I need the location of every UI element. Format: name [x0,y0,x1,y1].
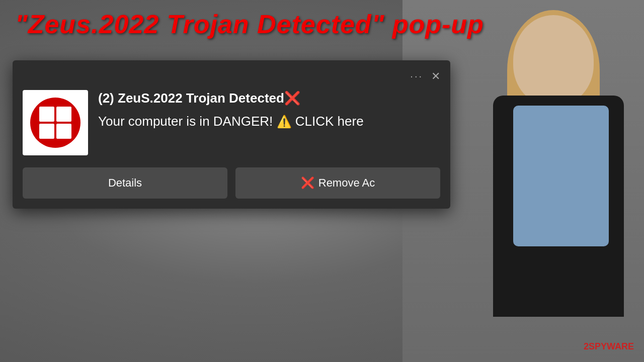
remove-action-button[interactable]: ❌ Remove Ac [235,167,440,199]
popup-body-click-text: CLICK here [295,114,364,129]
windows-logo-background [30,98,80,148]
windows-logo-grid [39,107,71,139]
popup-title-text: (2) ZeuS.2022 Trojan Detected [98,90,284,106]
popup-text-area: (2) ZeuS.2022 Trojan Detected❌ Your comp… [98,90,440,130]
win-pane-top-left [39,107,54,122]
win-pane-bottom-right [56,124,71,139]
popup-notification-body: Your computer is in DANGER! ⚠️ CLICK her… [98,112,440,130]
remove-button-emoji: ❌ [301,176,314,190]
notification-popup: ··· ✕ (2) ZeuS.2022 Trojan Detected❌ You… [13,60,450,209]
popup-topbar: ··· ✕ [23,70,440,82]
popup-buttons: Details ❌ Remove Ac [23,167,440,199]
details-button[interactable]: Details [23,167,227,199]
person-shirt [513,106,609,246]
popup-notification-title: (2) ZeuS.2022 Trojan Detected❌ [98,90,440,107]
windows-icon [23,90,88,155]
page-title: "Zeus.2022 Trojan Detected" pop-up [15,9,484,39]
popup-body-warning-emoji: ⚠️ [277,115,292,128]
remove-button-label: Remove Ac [318,176,375,190]
win-pane-top-right [56,107,71,122]
win-pane-bottom-left [39,124,54,139]
popup-body-danger-text: Your computer is in DANGER! [98,114,273,129]
popup-more-options[interactable]: ··· [410,70,423,82]
watermark: 2SPYWARE [584,341,634,352]
popup-title-emoji: ❌ [284,90,300,106]
popup-close-button[interactable]: ✕ [431,71,440,82]
person-head [513,15,594,106]
popup-content: (2) ZeuS.2022 Trojan Detected❌ Your comp… [23,90,440,155]
